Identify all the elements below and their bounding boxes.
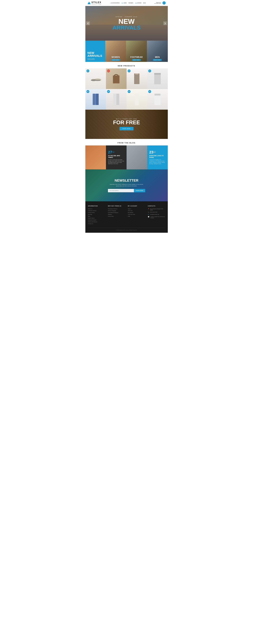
svg-rect-5 <box>134 74 139 84</box>
cat-new-arrivals[interactable]: NEW ARRIVALS SHOP NOW! <box>85 40 105 62</box>
footer-why-title: WHY BUY FROM US <box>108 205 125 207</box>
svg-rect-8 <box>154 73 161 75</box>
nav-women[interactable]: WOMEN <box>128 2 133 4</box>
phone-icon: 📞 <box>148 212 149 213</box>
welcome-text: Welcome toour online store! <box>154 2 161 4</box>
newsletter-email-input[interactable] <box>108 189 134 192</box>
product-badge-2: SALE <box>107 70 110 72</box>
cat-women[interactable]: WOMEN SHOP NOW! <box>105 40 126 62</box>
footer-why-col: WHY BUY FROM US Shopping & Returns Secur… <box>108 205 125 225</box>
main-nav: ▼ ACCESSORIES ONLY MEN WOMEN NEW SHOES B… <box>110 2 146 4</box>
footer-link-blog[interactable]: Blog <box>88 216 105 217</box>
footer-link-searchterms[interactable]: Search Terms <box>88 218 105 219</box>
cat-footwear[interactable]: FOOTWEAR SHOP NOW! <box>126 40 147 62</box>
svg-rect-13 <box>135 94 139 106</box>
logo[interactable]: STILEX MAGENTO THEME <box>87 1 101 5</box>
blog-item-3[interactable] <box>127 146 147 170</box>
cat-men-shopnow: SHOP NOW! <box>153 59 162 61</box>
svg-rect-12 <box>116 94 119 105</box>
cat-women-shopnow: SHOP NOW! <box>111 59 120 61</box>
blog-item-4[interactable]: 23/12 EVERYONE LOVES TO SHARE Forget abo… <box>147 146 168 170</box>
footer-link-sitemap[interactable]: Site Map <box>88 214 105 215</box>
product-badge-3: NEW <box>128 70 131 72</box>
footer-link-viewcart[interactable]: View Cart <box>128 210 145 211</box>
logo-icon <box>87 2 91 4</box>
product-card-2[interactable]: SALE <box>106 68 127 89</box>
footer-link-aboutus[interactable]: About Us <box>88 208 105 210</box>
newsletter-section: NEWSLETTER Subscribe to the STILEX maili… <box>85 170 168 201</box>
svg-rect-10 <box>96 94 99 105</box>
footer-contact-hours: 🕐 7 Days a week from 9:00 am to 7:00 pm <box>148 216 165 218</box>
footer-link-advancedsearch[interactable]: Advanced Search <box>88 220 105 220</box>
footer-link-shopping-returns[interactable]: Shopping & Returns <box>108 208 125 210</box>
product-badge-1: NEW <box>86 70 89 72</box>
footer-info-title: INFORMATION <box>88 205 105 207</box>
blog-item-2[interactable]: 27/12 TO THE GIRL WHO THINKS Our store i… <box>106 146 127 170</box>
product-badge-4: NEW <box>148 70 151 72</box>
promo-big-text: FOR FREE <box>113 120 140 125</box>
footer-contact-address: 📍 My Company Glasgow D04 89GR <box>148 208 165 211</box>
footer-link-orders[interactable]: Orders and Returns <box>88 221 105 222</box>
footer-link-wishlist[interactable]: My Wishlist <box>128 212 145 213</box>
footer-link-group-sales[interactable]: Group Sales <box>108 216 125 217</box>
blog-text-2: Our store is more than just another aver… <box>108 159 124 164</box>
product-card-5[interactable]: NEW <box>85 89 106 110</box>
footer-link-secure-shopping[interactable]: Secure Shopping <box>108 210 125 211</box>
blog-date-4: 23/12 <box>149 150 166 154</box>
logo-text: STILEX <box>91 1 101 4</box>
blog-title-2: TO THE GIRL WHO THINKS <box>108 155 124 158</box>
newsletter-description: Subscribe to the STILEX mailing list to … <box>108 184 145 187</box>
newsletter-form: SUBSCRIBE <box>108 189 145 192</box>
blog-item-1[interactable] <box>85 146 106 170</box>
footer-link-trackorder[interactable]: Track My Order <box>128 214 145 215</box>
nav-accessories[interactable]: ▼ ACCESSORIES <box>110 2 120 4</box>
product-badge-6: NEW <box>107 90 110 93</box>
cart-button[interactable]: 🛒 <box>162 1 166 4</box>
logo-subtext: MAGENTO THEME <box>91 4 101 5</box>
footer-link-help[interactable]: Help <box>128 216 145 217</box>
promo-content: BUY 2 ITEMS GET ONE FOR FREE SHOP NOW! <box>113 118 140 130</box>
svg-rect-2 <box>91 80 100 81</box>
nav-shoes[interactable]: NEW SHOES <box>135 2 141 4</box>
clock-icon: 🕐 <box>148 216 149 218</box>
footer-link-privacy[interactable]: Privacy Policy <box>88 212 105 213</box>
product-card-7[interactable]: NEW <box>127 89 147 110</box>
newsletter-subscribe-button[interactable]: SUBSCRIBE <box>134 189 145 192</box>
nav-bag[interactable]: BAG <box>143 2 146 4</box>
footer-link-affiliates[interactable]: Affiliates <box>108 214 125 215</box>
footer-link-signin[interactable]: Sign In <box>128 208 145 210</box>
hero-content: SPRING · SUMMER 2015 NEW ARRIVALS <box>112 16 141 30</box>
cat-footwear-overlay: FOOTWEAR SHOP NOW! <box>126 55 147 62</box>
svg-rect-11 <box>113 94 116 105</box>
footer-account-col: MY ACCOUNT Sign In View Cart My Wishlist… <box>128 205 145 225</box>
product-card-1[interactable]: NEW <box>85 68 106 89</box>
footer-contact-email: ✉ info@demolink.org <box>148 214 165 215</box>
product-card-3[interactable]: NEW <box>127 68 147 89</box>
cat-men[interactable]: MEN SHOP NOW! <box>147 40 168 62</box>
blog-date-2: 27/12 <box>108 150 124 154</box>
product-badge-7: NEW <box>128 90 131 93</box>
svg-rect-4 <box>113 76 119 83</box>
footer-link-contact[interactable]: Contact Us <box>88 223 105 224</box>
location-icon: 📍 <box>148 208 149 210</box>
footer-account-title: MY ACCOUNT <box>128 205 145 207</box>
footer-copyright: © 2015 Magento Demo Store. All Rights Re… <box>88 228 165 230</box>
hero-subtitle: ARRIVALS <box>112 25 141 30</box>
promo-shop-button[interactable]: SHOP NOW! <box>120 127 133 130</box>
product-card-8[interactable]: NEW <box>147 89 168 110</box>
footer-info-col: INFORMATION About Us Customer Service Pr… <box>88 205 105 225</box>
cat-new-arrivals-shopnow: SHOP NOW! <box>87 58 95 60</box>
email-icon: ✉ <box>148 214 149 215</box>
hero-prev-button[interactable]: ❮ <box>86 22 90 25</box>
product-card-6[interactable]: NEW <box>106 89 127 110</box>
nav-men[interactable]: ONLY MEN <box>122 2 127 4</box>
cat-footwear-name: FOOTWEAR <box>127 56 146 58</box>
footer-link-international-shipping[interactable]: International Shipping <box>108 212 125 213</box>
product-badge-8: NEW <box>148 90 151 93</box>
cat-men-overlay: MEN SHOP NOW! <box>147 55 168 62</box>
footer-link-customerservice[interactable]: Customer Service <box>88 210 105 211</box>
svg-rect-6 <box>135 74 138 74</box>
hero-next-button[interactable]: ❯ <box>163 22 167 25</box>
promo-banner: BUY 2 ITEMS GET ONE FOR FREE SHOP NOW! <box>85 110 168 139</box>
product-card-4[interactable]: NEW <box>147 68 168 89</box>
